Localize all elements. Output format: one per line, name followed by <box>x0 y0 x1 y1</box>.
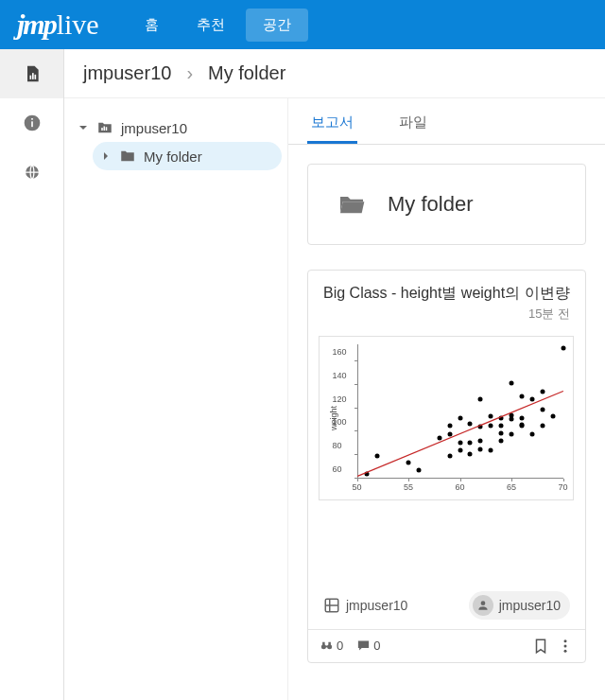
svg-rect-9 <box>104 127 106 131</box>
report-card[interactable]: Big Class - height별 weight의 이변량 15분 전 we… <box>307 270 586 663</box>
y-tick: 80 <box>333 441 342 450</box>
x-tick: 65 <box>507 482 516 492</box>
svg-rect-17 <box>322 642 325 646</box>
left-icon-bar <box>0 49 64 700</box>
nav-items: 홈추천공간 <box>128 9 308 42</box>
tabs: 보고서파일 <box>288 102 605 145</box>
svg-rect-10 <box>106 127 108 131</box>
svg-rect-1 <box>32 73 34 79</box>
y-tick: 160 <box>333 347 347 357</box>
x-tick: 55 <box>404 482 413 492</box>
scatter-chart: weight 60801001201401605055606570 <box>319 336 574 500</box>
svg-rect-0 <box>29 76 31 79</box>
comment-icon <box>356 639 371 653</box>
caret-right-icon <box>100 150 112 162</box>
globe-icon[interactable] <box>0 148 63 197</box>
nav-item-1[interactable]: 추천 <box>180 9 242 42</box>
folder-open-icon <box>337 189 367 219</box>
breadcrumb-item[interactable]: My folder <box>208 62 285 84</box>
tree-child-label: My folder <box>144 149 202 165</box>
x-tick: 70 <box>558 482 567 492</box>
bookmark-icon[interactable] <box>532 638 549 655</box>
folder-header: My folder <box>307 164 586 245</box>
binoculars-icon <box>320 639 334 653</box>
y-tick: 100 <box>333 417 347 427</box>
top-nav-bar: jmplive 홈추천공간 <box>0 0 605 49</box>
comment-count: 0 <box>356 639 380 653</box>
folder-icon <box>119 148 136 165</box>
tree-row-root[interactable]: jmpuser10 <box>70 114 282 142</box>
svg-rect-16 <box>325 646 329 648</box>
svg-point-21 <box>564 650 567 653</box>
avatar-icon <box>473 595 493 616</box>
view-count: 0 <box>320 639 343 653</box>
svg-rect-18 <box>328 642 331 646</box>
more-vert-icon[interactable] <box>557 638 574 655</box>
author-name: jmpuser10 <box>499 598 561 613</box>
svg-line-11 <box>357 391 563 476</box>
fit-line <box>357 344 563 479</box>
svg-point-19 <box>564 639 567 642</box>
svg-rect-8 <box>101 128 103 131</box>
nav-item-2[interactable]: 공간 <box>246 9 308 42</box>
folder-title: My folder <box>388 192 473 217</box>
breadcrumb: jmpuser10›My folder <box>64 49 605 98</box>
author-chip[interactable]: jmpuser10 <box>469 591 570 620</box>
folder-tree: jmpuser10 My folder <box>64 98 287 700</box>
nav-item-0[interactable]: 홈 <box>128 9 176 42</box>
y-tick: 120 <box>333 394 347 404</box>
workspace-name: jmpuser10 <box>346 598 407 613</box>
breadcrumb-item[interactable]: jmpuser10 <box>83 62 171 84</box>
tree-row-child[interactable]: My folder <box>93 142 282 170</box>
svg-point-13 <box>480 601 485 605</box>
report-title: Big Class - height별 weight의 이변량 <box>323 284 570 304</box>
svg-rect-5 <box>31 118 33 120</box>
svg-rect-2 <box>34 75 36 79</box>
grid-icon <box>323 597 340 614</box>
y-tick: 140 <box>333 371 347 380</box>
app-logo: jmplive <box>17 9 99 41</box>
info-icon[interactable] <box>0 98 63 148</box>
workspace-link[interactable]: jmpuser10 <box>323 597 407 614</box>
x-tick: 50 <box>352 482 361 492</box>
tab-0[interactable]: 보고서 <box>307 102 357 144</box>
y-tick: 60 <box>333 464 342 474</box>
chevron-right-icon: › <box>186 62 193 84</box>
caret-down-icon <box>78 122 89 133</box>
tree-root-label: jmpuser10 <box>121 120 187 136</box>
tab-1[interactable]: 파일 <box>395 102 431 144</box>
svg-rect-4 <box>31 121 33 127</box>
folder-chart-icon <box>96 119 113 136</box>
x-tick: 60 <box>455 482 464 492</box>
svg-point-20 <box>564 644 567 647</box>
reports-icon[interactable] <box>0 49 63 98</box>
report-timestamp: 15분 전 <box>323 306 570 323</box>
